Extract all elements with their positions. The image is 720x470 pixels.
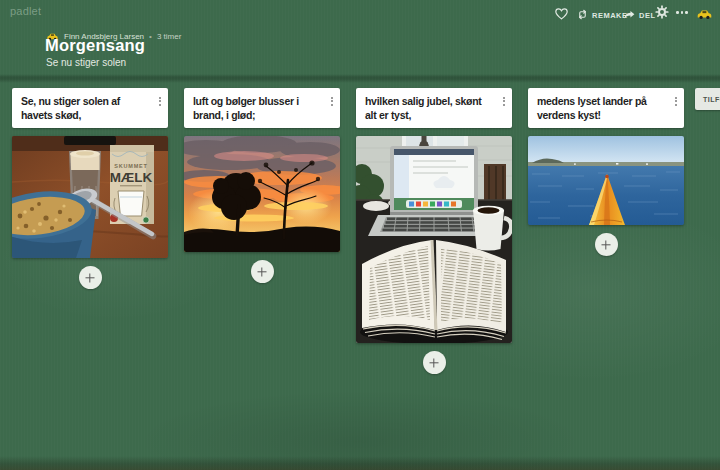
post-card[interactable]: medens lyset lander på verdens kyst!: [528, 88, 684, 128]
post-attachment[interactable]: [356, 136, 512, 343]
post-card[interactable]: luft og bølger blusser i brand, i glød;: [184, 88, 340, 128]
user-avatar[interactable]: [696, 6, 713, 24]
post-menu-kebab-icon[interactable]: [330, 95, 334, 108]
add-post-topright-button[interactable]: TILFØJ: [695, 88, 720, 110]
board-column-2: luft og bølger blusser i brand, i glød;: [184, 88, 340, 283]
post-text-line: alt er tyst,: [365, 109, 504, 123]
add-post-button[interactable]: [595, 233, 618, 256]
add-post-button[interactable]: [79, 266, 102, 289]
gear-icon: [655, 5, 669, 23]
horizontal-ellipsis-icon: [676, 11, 688, 14]
share-label: DEL: [639, 11, 656, 20]
board-column-3: hvilken salig jubel, skønt alt er tyst,: [356, 88, 512, 374]
add-post-button[interactable]: [251, 260, 274, 283]
post-card[interactable]: hvilken salig jubel, skønt alt er tyst,: [356, 88, 512, 128]
photo-kayak-on-sea[interactable]: [528, 136, 684, 225]
settings-button[interactable]: [655, 5, 669, 23]
board-column-4: medens lyset lander på verdens kyst!: [528, 88, 684, 256]
post-attachment[interactable]: [528, 136, 684, 225]
share-button[interactable]: DEL: [624, 6, 656, 24]
post-attachment[interactable]: [184, 136, 340, 252]
taxi-car-icon: [696, 6, 713, 24]
photo-breakfast[interactable]: SKUMMET MÆLK: [12, 136, 168, 258]
post-text-line: medens lyset lander på: [537, 95, 676, 109]
carton-text-large: MÆLK: [110, 170, 153, 185]
board-title: Morgensang: [45, 36, 145, 55]
remake-icon: [577, 6, 588, 24]
carton-text-small: SKUMMET: [114, 163, 147, 169]
post-text-line: verdens kyst!: [537, 109, 676, 123]
photo-laptop-and-book[interactable]: [356, 136, 512, 343]
more-menu-button[interactable]: [676, 11, 688, 14]
post-text-line: Se, nu stiger solen af: [21, 95, 160, 109]
favorite-button[interactable]: [555, 6, 568, 24]
board-subtitle: Se nu stiger solen: [46, 57, 126, 68]
heart-icon: [555, 6, 568, 24]
post-attachment[interactable]: SKUMMET MÆLK: [12, 136, 168, 258]
post-card[interactable]: Se, nu stiger solen af havets skød,: [12, 88, 168, 128]
post-text-line: brand, i glød;: [193, 109, 332, 123]
board-column-1: Se, nu stiger solen af havets skød,: [12, 88, 168, 289]
photo-sunset[interactable]: [184, 136, 340, 252]
post-menu-kebab-icon[interactable]: [158, 95, 162, 108]
post-text-line: havets skød,: [21, 109, 160, 123]
post-text-line: luft og bølger blusser i: [193, 95, 332, 109]
share-arrow-icon: [624, 6, 635, 24]
remake-label: REMAKE: [592, 11, 628, 20]
padlet-board: padlet REMAKE DEL: [0, 0, 720, 470]
post-text-line: hvilken salig jubel, skønt: [365, 95, 504, 109]
timestamp: 3 timer: [157, 32, 181, 41]
add-post-button[interactable]: [423, 351, 446, 374]
topbar: REMAKE DEL: [0, 0, 720, 26]
post-menu-kebab-icon[interactable]: [674, 95, 678, 108]
separator-dot: •: [149, 32, 152, 41]
post-menu-kebab-icon[interactable]: [502, 95, 506, 108]
remake-button[interactable]: REMAKE: [577, 6, 628, 24]
